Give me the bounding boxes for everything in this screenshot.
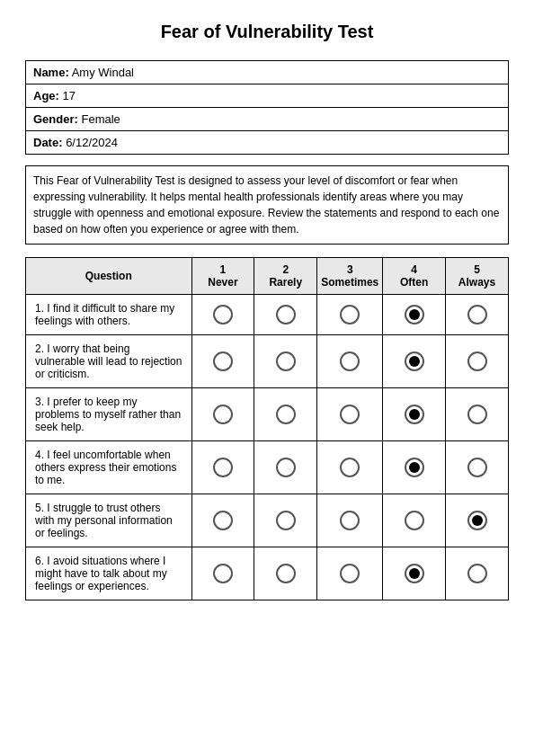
radio-cell-q3-col4[interactable] <box>383 388 446 441</box>
radio-q5-val2[interactable] <box>276 511 296 530</box>
radio-cell-q4-col3[interactable] <box>317 441 383 494</box>
radio-q6-val3[interactable] <box>340 564 360 583</box>
table-row: 4. I feel uncomfortable when others expr… <box>26 441 509 494</box>
gender-label: Gender: <box>33 112 78 126</box>
radio-cell-q3-col5[interactable] <box>446 388 509 441</box>
age-cell: Age: 17 <box>26 84 509 108</box>
radio-q4-val1[interactable] <box>213 458 233 477</box>
table-row: 6. I avoid situations where I might have… <box>26 547 509 600</box>
table-row: 2. I worry that being vulnerable will le… <box>26 335 509 388</box>
radio-cell-q6-col5[interactable] <box>446 547 509 600</box>
radio-cell-q2-col3[interactable] <box>317 335 383 388</box>
radio-cell-q1-col3[interactable] <box>317 295 383 335</box>
radio-q4-val4[interactable] <box>405 458 424 477</box>
radio-cell-q1-col5[interactable] <box>446 295 509 335</box>
question-cell-4: 4. I feel uncomfortable when others expr… <box>26 441 192 494</box>
date-cell: Date: 6/12/2024 <box>26 131 509 155</box>
radio-cell-q4-col1[interactable] <box>191 441 254 494</box>
radio-q1-val2[interactable] <box>276 305 296 325</box>
question-cell-5: 5. I struggle to trust others with my pe… <box>26 494 192 547</box>
radio-cell-q6-col1[interactable] <box>191 547 254 600</box>
radio-q2-val1[interactable] <box>213 351 233 371</box>
radio-q4-val3[interactable] <box>340 458 360 477</box>
table-header-row: Question 1Never 2Rarely 3Sometimes 4Ofte… <box>26 258 509 295</box>
radio-cell-q2-col5[interactable] <box>446 335 509 388</box>
radio-cell-q3-col3[interactable] <box>317 388 383 441</box>
name-row: Name: Amy Windal <box>26 61 509 84</box>
question-cell-3: 3. I prefer to keep my problems to mysel… <box>26 388 192 441</box>
col4-header: 4Often <box>383 258 446 295</box>
gender-value: Female <box>81 112 120 126</box>
radio-cell-q5-col3[interactable] <box>317 494 383 547</box>
radio-q6-val4[interactable] <box>405 564 424 583</box>
radio-cell-q5-col2[interactable] <box>254 494 317 547</box>
radio-cell-q5-col1[interactable] <box>191 494 254 547</box>
radio-q5-val1[interactable] <box>213 511 233 530</box>
radio-cell-q2-col2[interactable] <box>254 335 317 388</box>
radio-cell-q4-col5[interactable] <box>446 441 509 494</box>
radio-q5-val5[interactable] <box>467 511 487 530</box>
info-table: Name: Amy Windal Age: 17 Gender: Female … <box>25 60 509 155</box>
radio-q2-val2[interactable] <box>276 351 296 371</box>
col-question-header: Question <box>26 258 192 295</box>
radio-q3-val3[interactable] <box>340 405 360 424</box>
gender-row: Gender: Female <box>26 108 509 131</box>
radio-cell-q4-col2[interactable] <box>254 441 317 494</box>
date-label: Date: <box>33 136 63 149</box>
radio-q1-val4[interactable] <box>405 305 424 325</box>
radio-q5-val3[interactable] <box>340 511 360 530</box>
date-row: Date: 6/12/2024 <box>26 131 509 155</box>
radio-q4-val5[interactable] <box>467 458 487 477</box>
radio-q3-val1[interactable] <box>213 405 233 424</box>
radio-q1-val1[interactable] <box>213 305 233 325</box>
age-label: Age: <box>33 89 59 102</box>
radio-cell-q3-col1[interactable] <box>191 388 254 441</box>
radio-q6-val5[interactable] <box>467 564 487 583</box>
radio-q2-val4[interactable] <box>405 351 424 371</box>
table-row: 3. I prefer to keep my problems to mysel… <box>26 388 509 441</box>
date-value: 6/12/2024 <box>66 136 118 149</box>
radio-q3-val2[interactable] <box>276 405 296 424</box>
col1-header: 1Never <box>191 258 254 295</box>
gender-cell: Gender: Female <box>26 108 509 131</box>
radio-q6-val2[interactable] <box>276 564 296 583</box>
radio-cell-q3-col2[interactable] <box>254 388 317 441</box>
age-value: 17 <box>63 89 76 102</box>
question-cell-2: 2. I worry that being vulnerable will le… <box>26 335 192 388</box>
radio-q3-val4[interactable] <box>405 405 424 424</box>
radio-cell-q6-col3[interactable] <box>317 547 383 600</box>
question-cell-1: 1. I find it difficult to share my feeli… <box>26 295 192 335</box>
radio-cell-q1-col4[interactable] <box>383 295 446 335</box>
table-row: 1. I find it difficult to share my feeli… <box>26 295 509 335</box>
col2-header: 2Rarely <box>254 258 317 295</box>
radio-q3-val5[interactable] <box>467 405 487 424</box>
page-title: Fear of Vulnerability Test <box>25 22 509 42</box>
radio-q2-val5[interactable] <box>467 351 487 371</box>
age-row: Age: 17 <box>26 84 509 108</box>
name-cell: Name: Amy Windal <box>26 61 509 84</box>
radio-q2-val3[interactable] <box>340 351 360 371</box>
radio-q4-val2[interactable] <box>276 458 296 477</box>
radio-q1-val3[interactable] <box>340 305 360 325</box>
col5-header: 5Always <box>446 258 509 295</box>
radio-cell-q1-col1[interactable] <box>191 295 254 335</box>
col3-header: 3Sometimes <box>317 258 383 295</box>
radio-cell-q6-col2[interactable] <box>254 547 317 600</box>
description-text: This Fear of Vulnerability Test is desig… <box>25 165 509 245</box>
radio-cell-q5-col5[interactable] <box>446 494 509 547</box>
radio-cell-q1-col2[interactable] <box>254 295 317 335</box>
question-cell-6: 6. I avoid situations where I might have… <box>26 547 192 600</box>
questions-table: Question 1Never 2Rarely 3Sometimes 4Ofte… <box>25 257 509 600</box>
radio-cell-q2-col4[interactable] <box>383 335 446 388</box>
name-label: Name: <box>33 66 69 79</box>
radio-cell-q4-col4[interactable] <box>383 441 446 494</box>
radio-cell-q2-col1[interactable] <box>191 335 254 388</box>
name-value: Amy Windal <box>72 66 134 79</box>
table-row: 5. I struggle to trust others with my pe… <box>26 494 509 547</box>
radio-q1-val5[interactable] <box>467 305 487 325</box>
radio-cell-q6-col4[interactable] <box>383 547 446 600</box>
radio-cell-q5-col4[interactable] <box>383 494 446 547</box>
radio-q5-val4[interactable] <box>405 511 424 530</box>
radio-q6-val1[interactable] <box>213 564 233 583</box>
